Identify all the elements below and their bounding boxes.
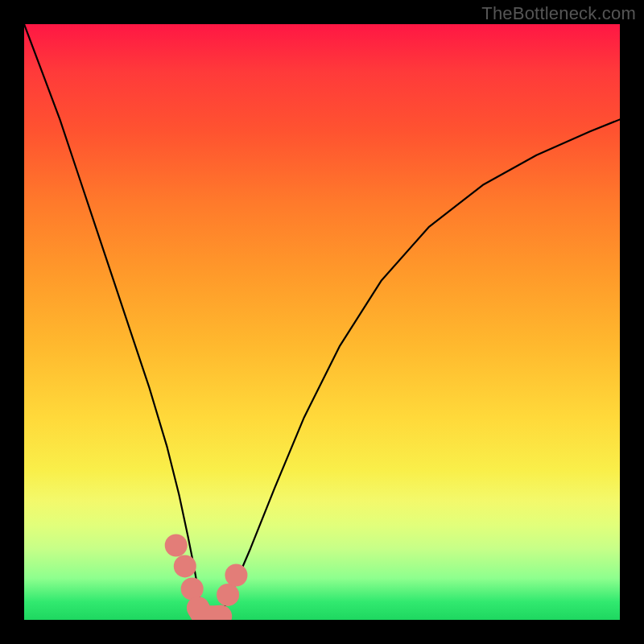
right-marker-dots-1 [225,564,247,587]
left-marker-dots-1 [174,555,196,577]
chart-frame: TheBottleneck.com [0,0,644,644]
watermark-label: TheBottleneck.com [481,3,636,24]
series-left-curve [24,24,204,617]
right-marker-dots-0 [217,584,239,606]
series-right-curve [221,119,620,613]
valley-marker [198,608,221,617]
plot-area [24,24,620,620]
left-marker-dots-0 [165,535,188,557]
left-marker-dots-2 [181,578,204,601]
plot-svg [24,24,620,620]
